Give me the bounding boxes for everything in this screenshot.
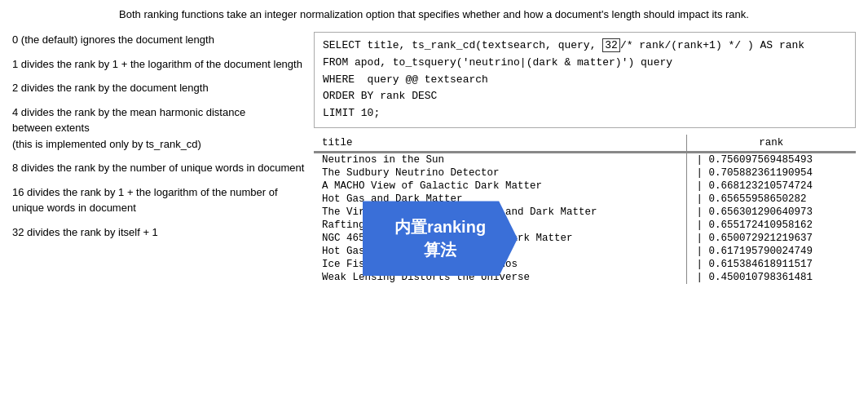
title-cell: Neutrinos in the Sun (314, 153, 686, 167)
option-8-text: 8 divides the rank by the number of uniq… (12, 162, 304, 174)
option-2: 2 divides the rank by the document lengt… (12, 80, 306, 96)
option-1-text: 1 divides the rank by 1 + the logarithm … (12, 58, 302, 70)
sql-line3: WHERE query @@ textsearch (323, 73, 488, 86)
intro-text: Both ranking functions take an integer n… (12, 8, 856, 20)
table-row: The Sudbury Neutrino Detector | 0.705882… (314, 166, 856, 180)
sql-line5: LIMIT 10; (323, 107, 380, 119)
table-header-row: title rank (314, 135, 856, 152)
sql-block: SELECT title, ts_rank_cd(textsearch, que… (314, 32, 856, 128)
col-rank: rank (686, 135, 856, 152)
rank-cell: | 0.450010798361481 (686, 271, 856, 284)
intro-label: Both ranking functions take an integer n… (119, 8, 749, 20)
title-cell: The Sudbury Neutrino Detector (314, 166, 686, 180)
rank-cell: | 0.656301290640973 (686, 206, 856, 219)
option-4: 4 divides the rank by the mean harmonic … (12, 104, 306, 153)
rank-cell: | 0.65655958650282 (686, 193, 856, 206)
sql-line1: SELECT title, ts_rank_cd(textsearch, que… (323, 38, 804, 52)
sql-line4: ORDER BY rank DESC (323, 90, 437, 102)
table-row: Neutrinos in the Sun | 0.756097569485493 (314, 153, 856, 167)
table-row: A MACHO View of Galactic Dark Matter | 0… (314, 180, 856, 193)
rank-cell: | 0.615384618911517 (686, 258, 856, 271)
highlight-32: 32 (602, 38, 620, 52)
sql-line2: FROM apod, to_tsquery('neutrino|(dark & … (323, 56, 672, 69)
rank-cell: | 0.650072921219637 (686, 232, 856, 245)
rank-cell: | 0.668123210574724 (686, 180, 856, 193)
content-area: 0 (the default) ignores the document len… (12, 32, 856, 284)
option-8: 8 divides the rank by the number of uniq… (12, 160, 306, 176)
option-0: 0 (the default) ignores the document len… (12, 32, 306, 48)
option-0-text: 0 (the default) ignores the document len… (12, 33, 214, 46)
badge-line2: 算法 (424, 241, 456, 259)
rank-cell: | 0.705882361190954 (686, 166, 856, 180)
badge-line1: 内置ranking (394, 218, 486, 236)
option-32-text: 32 divides the rank by itself + 1 (12, 226, 158, 238)
left-panel: 0 (the default) ignores the document len… (12, 32, 306, 284)
title-cell: A MACHO View of Galactic Dark Matter (314, 180, 686, 193)
option-4-text: 4 divides the rank by the mean harmonic … (12, 106, 245, 150)
option-16: 16 divides the rank by 1 + the logarithm… (12, 184, 306, 216)
option-16-text: 16 divides the rank by 1 + the logarithm… (12, 186, 278, 215)
option-1: 1 divides the rank by 1 + the logarithm … (12, 56, 306, 73)
option-32: 32 divides the rank by itself + 1 (12, 224, 306, 241)
rank-cell: | 0.617195790024749 (686, 245, 856, 258)
option-2-text: 2 divides the rank by the document lengt… (12, 82, 209, 94)
rank-cell: | 0.655172410958162 (686, 219, 856, 232)
col-title: title (314, 135, 686, 152)
right-panel: SELECT title, ts_rank_cd(textsearch, que… (314, 32, 856, 284)
page: Both ranking functions take an integer n… (0, 0, 868, 408)
rank-cell: | 0.756097569485493 (686, 153, 856, 167)
badge: 内置ranking 算法 (363, 201, 518, 276)
